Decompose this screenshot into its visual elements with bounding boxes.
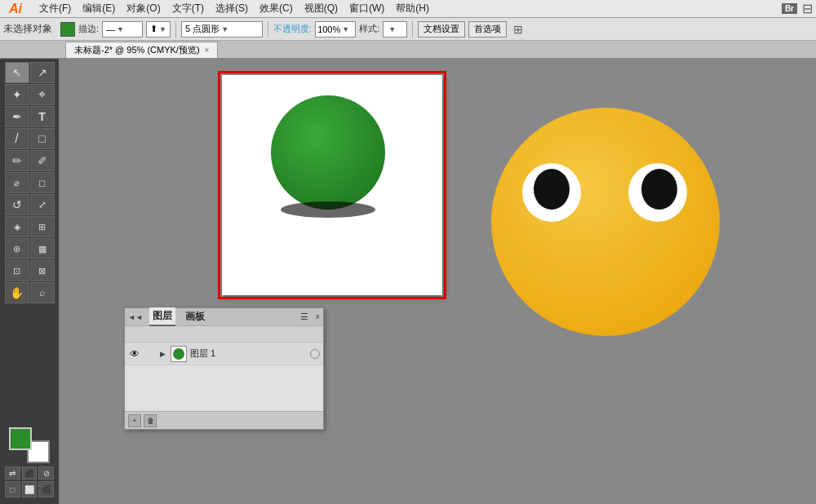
tool-row-1: ↖ ↗	[2, 62, 57, 83]
layers-tab[interactable]: 图层	[149, 307, 175, 326]
menu-edit[interactable]: 编辑(E)	[78, 1, 120, 16]
doc-settings-button[interactable]: 文档设置	[418, 21, 465, 38]
tool-row-4: / □	[2, 128, 57, 149]
menu-file[interactable]: 文件(F)	[34, 1, 76, 16]
layer-thumbnail-svg	[171, 347, 186, 361]
graph-tool[interactable]: ▦	[30, 238, 55, 259]
layer-visibility-toggle[interactable]: 👁	[128, 347, 141, 360]
separator-1	[175, 21, 176, 38]
toolbox: ↖ ↗ ✦ ⌖ ✒ T / □	[0, 59, 59, 504]
arrangement-icon[interactable]: ⊟	[802, 1, 813, 16]
menu-help[interactable]: 帮助(H)	[391, 1, 434, 16]
symbol-icon: ⊛	[13, 244, 20, 254]
magic-wand-tool[interactable]: ✦	[5, 84, 29, 105]
view-mode-row: □ ⬜ ⬛	[5, 481, 54, 497]
color-mode-row: ⇄ ⬛ ⊘	[5, 466, 54, 480]
opacity-dropdown[interactable]: 100% ▼	[315, 21, 356, 38]
eraser-tool[interactable]: ◻	[30, 172, 55, 193]
fg-bg-colors	[9, 427, 50, 463]
rotate-icon: ↺	[12, 198, 22, 211]
document-tab[interactable]: 未标题-2* @ 95% (CMYK/预览) ×	[65, 42, 218, 58]
symbol-tool[interactable]: ⊛	[5, 238, 29, 259]
selection-icon: ↖	[12, 66, 22, 79]
preferences-button[interactable]: 首选项	[468, 21, 507, 38]
workspace-icon[interactable]: ⊞	[513, 23, 523, 36]
zoom-tool[interactable]: ⌕	[30, 282, 55, 303]
blob-brush-tool[interactable]: ⌀	[5, 172, 29, 193]
scale-tool[interactable]: ⤢	[30, 194, 55, 215]
eraser-icon: ◻	[38, 178, 46, 188]
artboard-tab[interactable]: 画板	[182, 308, 208, 325]
layer-thumbnail	[171, 346, 187, 362]
tool-row-5: ✏ ✐	[2, 150, 57, 171]
layers-panel: ◄◄ 图层 画板 ☰ × 👁 ▶ 图层 1	[124, 307, 324, 430]
stroke-value: —	[106, 24, 115, 34]
panel-collapse-button[interactable]: ◄◄	[128, 313, 143, 321]
layer-lock-toggle[interactable]	[144, 349, 154, 359]
tab-close-button[interactable]: ×	[205, 46, 210, 55]
default-colors-btn[interactable]: ⬛	[22, 466, 38, 480]
artboard-icon: ⊡	[13, 266, 20, 276]
brush-value: 5 点圆形	[185, 23, 220, 35]
slice-tool[interactable]: ⊠	[30, 260, 55, 281]
pencil-tool[interactable]: ✐	[30, 150, 55, 171]
green-circle-shape[interactable]	[271, 95, 385, 210]
layer-target-indicator[interactable]	[310, 349, 320, 359]
stroke-arrow: ▼	[117, 25, 124, 33]
panel-close-button[interactable]: ×	[315, 312, 320, 321]
selection-tool[interactable]: ↖	[5, 62, 29, 83]
menu-select[interactable]: 选择(S)	[211, 1, 253, 16]
rect-icon: □	[38, 132, 45, 145]
opacity-value: 100%	[317, 24, 340, 34]
smiley-face-shape[interactable]	[491, 108, 720, 336]
menu-object[interactable]: 对象(O)	[122, 1, 165, 16]
menu-type[interactable]: 文字(T)	[167, 1, 209, 16]
free-transform-tool[interactable]: ⊞	[30, 216, 55, 237]
type-tool[interactable]: T	[30, 106, 55, 127]
fill-color-swatch[interactable]	[60, 22, 75, 37]
hand-tool[interactable]: ✋	[5, 282, 29, 303]
panel-bottom-bar: + 🗑	[125, 411, 323, 429]
menu-view[interactable]: 视图(Q)	[299, 1, 343, 16]
layer-expand-button[interactable]: ▶	[157, 349, 167, 359]
layer-name-label: 图层 1	[190, 347, 307, 360]
stroke-dropdown[interactable]: — ▼	[102, 21, 143, 38]
style-label: 样式:	[359, 23, 379, 35]
line-tool[interactable]: /	[5, 128, 29, 149]
left-eye-pupil	[534, 169, 570, 210]
layer-row[interactable]: 👁 ▶ 图层 1	[125, 343, 323, 365]
overlay-mode-btn[interactable]: ⬜	[22, 481, 38, 497]
slice-icon: ⊠	[38, 266, 46, 276]
fullscreen-mode-btn[interactable]: ⬛	[38, 481, 54, 497]
rect-tool[interactable]: □	[30, 128, 55, 149]
brush-dropdown[interactable]: 5 点圆形 ▼	[181, 21, 263, 38]
tool-row-2: ✦ ⌖	[2, 84, 57, 105]
zoom-icon: ⌕	[39, 287, 45, 298]
new-layer-button[interactable]: +	[128, 414, 141, 427]
tab-bar: 未标题-2* @ 95% (CMYK/预览) ×	[0, 41, 816, 59]
none-btn[interactable]: ⊘	[38, 466, 54, 480]
tool-row-6: ⌀ ◻	[2, 172, 57, 193]
stroke-style-dropdown[interactable]: ⬆ ▼	[146, 21, 171, 38]
normal-mode-btn[interactable]: □	[5, 481, 20, 497]
blob-brush-icon: ⌀	[14, 178, 20, 188]
delete-layer-button[interactable]: 🗑	[144, 414, 157, 427]
direct-select-tool[interactable]: ↗	[30, 62, 55, 83]
style-arrow: ▼	[388, 25, 396, 33]
bridge-button[interactable]: Br	[782, 3, 797, 14]
pen-tool[interactable]: ✒	[5, 106, 29, 127]
type-icon: T	[38, 110, 46, 123]
swap-colors-btn[interactable]: ⇄	[5, 466, 20, 480]
menu-window[interactable]: 窗口(W)	[344, 1, 389, 16]
brush-tool[interactable]: ✏	[5, 150, 29, 171]
style-dropdown[interactable]: ▼	[383, 21, 407, 38]
panel-menu-button[interactable]: ☰	[300, 312, 308, 322]
rotate-tool[interactable]: ↺	[5, 194, 29, 215]
warp-tool[interactable]: ◈	[5, 216, 29, 237]
foreground-color[interactable]	[9, 427, 32, 450]
graph-icon: ▦	[38, 244, 47, 254]
menu-effect[interactable]: 效果(C)	[255, 1, 298, 16]
artboard-tool[interactable]: ⊡	[5, 260, 29, 281]
tool-row-9: ⊛ ▦	[2, 238, 57, 259]
lasso-tool[interactable]: ⌖	[30, 84, 55, 105]
